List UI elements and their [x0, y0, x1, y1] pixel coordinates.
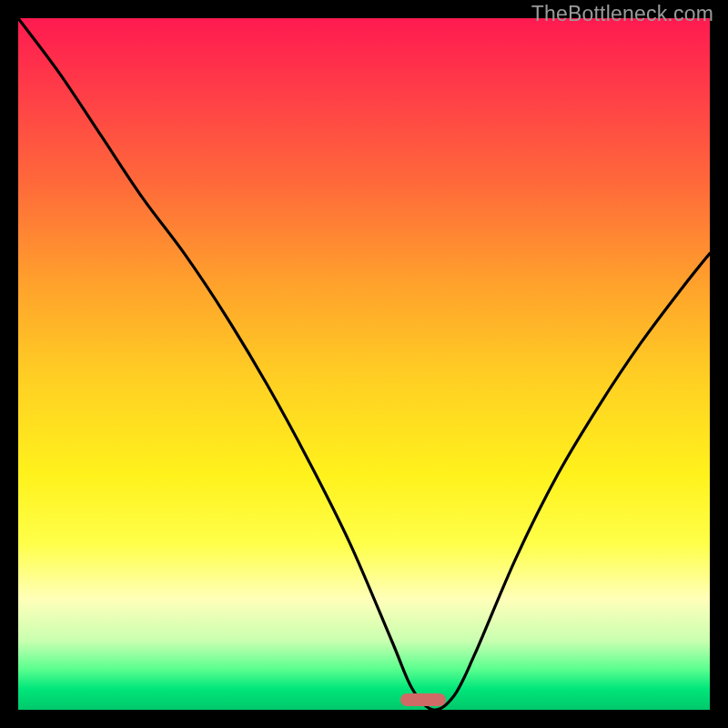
watermark-text: TheBottleneck.com — [531, 2, 713, 26]
plot-area — [18, 18, 710, 710]
optimal-marker — [400, 693, 446, 706]
chart-frame: TheBottleneck.com — [0, 0, 728, 728]
curve-path — [18, 18, 710, 710]
bottleneck-curve — [18, 18, 710, 710]
